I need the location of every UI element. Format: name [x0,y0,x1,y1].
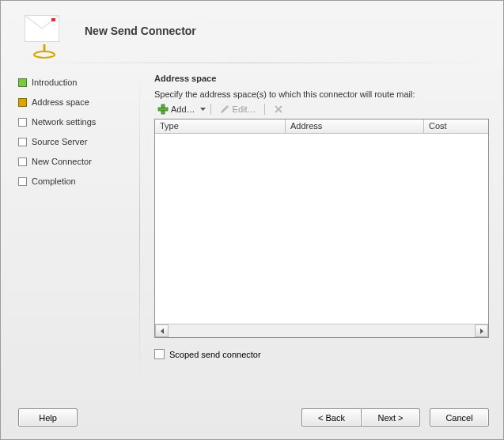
list-toolbar: Add… Edit… [154,101,489,117]
edit-button-label: Edit… [233,104,256,114]
step-bullet-pending [18,177,27,186]
svg-marker-7 [221,105,229,113]
cancel-button[interactable]: Cancel [430,408,489,427]
horizontal-scrollbar[interactable] [155,324,488,337]
add-button-label: Add… [171,104,195,114]
scroll-right-button[interactable] [475,324,488,337]
svg-marker-11 [480,328,483,334]
page-title: Address space [154,74,489,83]
step-label: Introduction [32,78,77,87]
step-label: New Connector [32,157,92,166]
scroll-left-button[interactable] [155,324,169,337]
step-bullet-current [18,98,27,107]
step-bullet-pending [18,118,27,127]
toolbar-separator [210,104,211,115]
step-label: Network settings [32,117,96,127]
step-introduction: Introduction [18,74,131,91]
svg-marker-6 [200,108,206,111]
svg-marker-10 [161,328,164,334]
toolbar-separator [264,104,265,115]
listview-body[interactable] [155,134,488,324]
scoped-send-connector-label: Scoped send connector [169,350,261,359]
step-label: Completion [32,176,76,186]
add-button[interactable]: Add… [154,103,199,116]
column-cost[interactable]: Cost [424,119,488,133]
scroll-track[interactable] [169,324,475,337]
stand-icon [32,44,56,59]
wizard-steps-sidebar: Introduction Address space Network setti… [1,64,139,396]
wizard-header: New Send Connector [1,1,503,64]
svg-rect-1 [51,18,55,21]
wizard-window: New Send Connector Introduction Address … [0,0,504,440]
step-bullet-pending [18,138,27,146]
page-instruction: Specify the address space(s) to which th… [154,89,489,99]
envelope-icon [25,15,59,42]
wizard-page: Address space Specify the address space(… [140,64,503,396]
scoped-send-connector-row: Scoped send connector [154,349,489,359]
wizard-body: Introduction Address space Network setti… [1,64,503,396]
wizard-title: New Send Connector [85,25,196,37]
step-address-space: Address space [18,93,131,111]
delete-button[interactable] [270,103,287,116]
help-button[interactable]: Help [18,408,78,427]
column-type[interactable]: Type [155,119,286,133]
svg-point-3 [34,51,55,58]
header-separator [9,63,495,63]
step-new-connector: New Connector [18,153,131,170]
scoped-send-connector-checkbox[interactable] [154,349,165,359]
edit-button[interactable]: Edit… [216,103,260,116]
wizard-footer: Help < Back Next > Cancel [1,396,503,439]
listview-header: Type Address Cost [155,119,488,134]
step-bullet-completed [18,78,27,87]
column-address[interactable]: Address [286,119,424,133]
pencil-icon [219,104,230,115]
back-button[interactable]: < Back [301,408,361,427]
step-network-settings: Network settings [18,113,131,131]
plus-icon [157,104,169,115]
step-label: Source Server [32,137,87,146]
address-space-listview[interactable]: Type Address Cost [154,119,489,338]
next-button[interactable]: Next > [361,408,420,427]
add-dropdown-arrow[interactable] [200,104,206,114]
delete-x-icon [273,104,284,115]
step-source-server: Source Server [18,133,131,150]
step-label: Address space [32,97,89,107]
nav-button-group: < Back Next > [301,408,420,427]
svg-rect-5 [158,108,168,111]
step-bullet-pending [18,157,27,166]
step-completion: Completion [18,173,131,190]
